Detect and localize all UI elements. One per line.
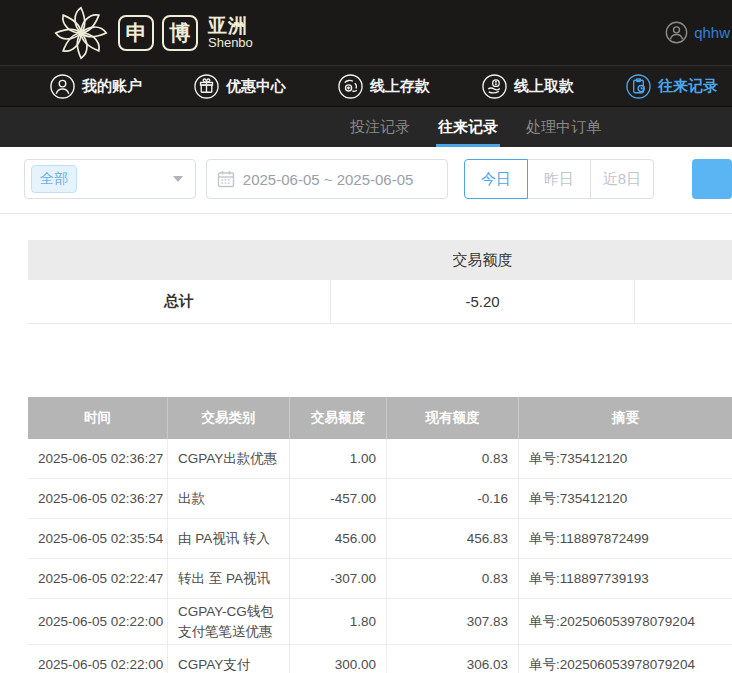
user-icon — [50, 74, 75, 99]
nav-promotions[interactable]: 优惠中心 — [194, 74, 286, 99]
gift-icon — [194, 74, 219, 99]
brand-region: 亚洲 — [208, 16, 253, 36]
type-select-value: 全部 — [31, 165, 77, 193]
cell-memo: 单号:735412120 — [518, 439, 732, 478]
nav-withdraw[interactable]: 线上取款 — [482, 74, 574, 99]
brand-subtitle: Shenbo — [208, 36, 253, 50]
cell-type: 出款 — [167, 479, 289, 518]
col-header-time: 时间 — [28, 397, 167, 439]
sub-nav: 投注记录 往来记录 处理中订单 — [0, 107, 732, 147]
col-header-memo: 摘要 — [518, 397, 732, 439]
nav-deposit[interactable]: 线上存款 — [338, 74, 430, 99]
logo-char-shen: 申 — [118, 15, 154, 51]
nav-label: 我的账户 — [82, 77, 142, 96]
cell-balance: -0.16 — [386, 479, 518, 518]
flower-logo-icon — [52, 4, 110, 62]
nav-label: 优惠中心 — [226, 77, 286, 96]
nav-label: 往来记录 — [658, 77, 718, 96]
last-8-days-button[interactable]: 近8日 — [590, 159, 654, 199]
summary-header-label: 交易额度 — [330, 240, 635, 280]
tab-transaction-records[interactable]: 往来记录 — [438, 107, 498, 147]
brand-logo[interactable]: 申 博 亚洲 Shenbo — [52, 4, 253, 62]
records-icon — [626, 74, 651, 99]
yesterday-button[interactable]: 昨日 — [527, 159, 591, 199]
logo-char-bo: 博 — [162, 15, 198, 51]
cell-type: 由 PA视讯 转入 — [167, 519, 289, 558]
chevron-down-icon — [173, 176, 183, 182]
nav-label: 线上存款 — [370, 77, 430, 96]
search-button[interactable] — [692, 159, 732, 199]
cell-type: CGPAY出款优惠 — [167, 439, 289, 478]
summary-header-row: 交易额度 — [28, 240, 732, 280]
cell-amount: 300.00 — [289, 645, 386, 673]
nav-transaction-records[interactable]: 往来记录 — [626, 74, 718, 99]
cell-time: 2025-06-05 02:22:00 — [28, 645, 167, 673]
calendar-icon — [217, 170, 235, 188]
cell-type: CGPAY-CG钱包支付笔笔送优惠 — [167, 599, 289, 644]
today-button[interactable]: 今日 — [464, 159, 528, 199]
cell-amount: -307.00 — [289, 559, 386, 598]
cell-time: 2025-06-05 02:35:54 — [28, 519, 167, 558]
nav-my-account[interactable]: 我的账户 — [50, 74, 142, 99]
divider — [0, 213, 732, 214]
cell-type: CGPAY支付 — [167, 645, 289, 673]
table-row: 2025-06-05 02:36:27 出款 -457.00 -0.16 单号:… — [28, 479, 732, 519]
cell-balance: 0.83 — [386, 559, 518, 598]
table-header-row: 时间 交易类别 交易额度 现有额度 摘要 — [28, 397, 732, 439]
quick-date-buttons: 今日 昨日 近8日 — [464, 159, 654, 199]
top-header: 申 博 亚洲 Shenbo qhhw — [0, 0, 732, 66]
records-table: 时间 交易类别 交易额度 现有额度 摘要 2025-06-05 02:36:27… — [28, 397, 732, 673]
cell-memo: 单号:202506053978079204 — [518, 645, 732, 673]
summary-table: 交易额度 总计 -5.20 — [28, 240, 732, 324]
cell-balance: 306.03 — [386, 645, 518, 673]
brand-text: 亚洲 Shenbo — [208, 16, 253, 50]
col-header-amount: 交易额度 — [289, 397, 386, 439]
nav-label: 线上取款 — [514, 77, 574, 96]
cell-time: 2025-06-05 02:22:00 — [28, 599, 167, 644]
cell-memo: 单号:118897872499 — [518, 519, 732, 558]
date-range-input[interactable]: 2025-06-05 ~ 2025-06-05 — [206, 159, 448, 199]
date-range-value: 2025-06-05 ~ 2025-06-05 — [243, 171, 414, 188]
cell-time: 2025-06-05 02:36:27 — [28, 439, 167, 478]
cell-time: 2025-06-05 02:22:47 — [28, 559, 167, 598]
withdraw-icon — [482, 74, 507, 99]
table-row: 2025-06-05 02:35:54 由 PA视讯 转入 456.00 456… — [28, 519, 732, 559]
deposit-icon — [338, 74, 363, 99]
main-nav: 我的账户 优惠中心 线上存款 — [0, 66, 732, 107]
cell-balance: 0.83 — [386, 439, 518, 478]
cell-amount: -457.00 — [289, 479, 386, 518]
cell-amount: 1.00 — [289, 439, 386, 478]
summary-total-row: 总计 -5.20 — [28, 280, 732, 324]
table-row: 2025-06-05 02:22:47 转出 至 PA视讯 -307.00 0.… — [28, 559, 732, 599]
cell-memo: 单号:118897739193 — [518, 559, 732, 598]
cell-amount: 1.80 — [289, 599, 386, 644]
summary-total-value: -5.20 — [330, 280, 635, 323]
avatar-icon — [665, 21, 688, 44]
summary-total-label: 总计 — [28, 292, 330, 311]
filter-row: 全部 2025-06-05 ~ 2025-06-05 今日 昨日 近8日 — [24, 159, 732, 199]
cell-balance: 456.83 — [386, 519, 518, 558]
table-row: 2025-06-05 02:22:00 CGPAY支付 300.00 306.0… — [28, 645, 732, 673]
table-row: 2025-06-05 02:22:00 CGPAY-CG钱包支付笔笔送优惠 1.… — [28, 599, 732, 645]
cell-type: 转出 至 PA视讯 — [167, 559, 289, 598]
cell-time: 2025-06-05 02:36:27 — [28, 479, 167, 518]
type-select[interactable]: 全部 — [24, 159, 196, 199]
cell-balance: 307.83 — [386, 599, 518, 644]
tab-betting-records[interactable]: 投注记录 — [350, 107, 410, 147]
cell-memo: 单号:202506053978079204 — [518, 599, 732, 644]
cell-amount: 456.00 — [289, 519, 386, 558]
content: 全部 2025-06-05 ~ 2025-06-05 今日 昨日 近8日 — [0, 159, 732, 673]
username: qhhw — [694, 24, 730, 41]
col-header-type: 交易类别 — [167, 397, 289, 439]
transaction-records-page: 申 博 亚洲 Shenbo qhhw 我的账户 — [0, 0, 732, 673]
user-account[interactable]: qhhw — [665, 21, 730, 44]
tab-pending-orders[interactable]: 处理中订单 — [526, 107, 601, 147]
col-header-balance: 现有额度 — [386, 397, 518, 439]
cell-memo: 单号:735412120 — [518, 479, 732, 518]
table-row: 2025-06-05 02:36:27 CGPAY出款优惠 1.00 0.83 … — [28, 439, 732, 479]
